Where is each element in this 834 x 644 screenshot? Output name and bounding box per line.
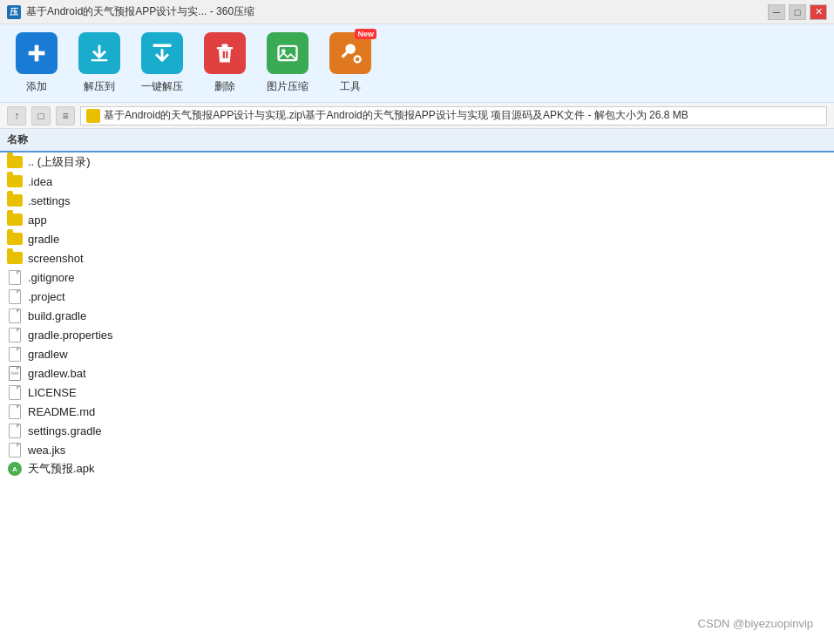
file-name: gradlew.bat xyxy=(28,367,86,380)
column-header: 名称 xyxy=(0,129,834,153)
add-label: 添加 xyxy=(26,79,47,94)
file-name: screenshot xyxy=(28,252,84,265)
delete-icon xyxy=(204,32,246,74)
nav-up-button[interactable]: ↑ xyxy=(7,106,26,125)
toolbar-extract-to[interactable]: 解压到 xyxy=(77,32,122,94)
svg-rect-5 xyxy=(217,47,234,49)
toolbar: 添加 解压到 一键解压 删除 图片压缩 xyxy=(0,24,834,103)
svg-rect-1 xyxy=(29,51,45,56)
folder-icon xyxy=(7,212,23,227)
file-icon xyxy=(7,423,23,438)
file-name: .. (上级目录) xyxy=(28,154,91,170)
toolbar-extract[interactable]: 一键解压 xyxy=(139,32,185,94)
toolbar-delete[interactable]: 删除 xyxy=(202,32,247,94)
extract-label: 一键解压 xyxy=(141,79,183,94)
file-name: settings.gradle xyxy=(28,424,102,437)
toolbar-add[interactable]: 添加 xyxy=(14,32,59,94)
list-item[interactable]: app xyxy=(0,210,834,229)
file-icon xyxy=(7,269,23,285)
toolbar-tools-wrap: New 工具 xyxy=(328,32,373,94)
nav-path-text: 基于Android的天气预报APP设计与实现.zip\基于Android的天气预… xyxy=(104,108,688,123)
file-name: 天气预报.apk xyxy=(28,461,95,477)
file-name: build.gradle xyxy=(28,309,86,322)
window-controls[interactable]: ─ □ ✕ xyxy=(768,4,827,20)
list-item[interactable]: wea.jks xyxy=(0,440,834,459)
delete-label: 删除 xyxy=(214,79,235,94)
svg-rect-7 xyxy=(226,51,227,58)
file-icon xyxy=(7,308,23,323)
bat-file-icon: bat xyxy=(7,365,23,381)
svg-rect-2 xyxy=(92,59,108,61)
list-item[interactable]: screenshot xyxy=(0,248,834,268)
file-icon xyxy=(7,403,23,419)
file-icon xyxy=(7,384,23,400)
image-compress-icon xyxy=(267,32,309,74)
extract-to-label: 解压到 xyxy=(84,79,115,94)
maximize-button[interactable]: □ xyxy=(789,4,806,20)
watermark: CSDN @biyezuopinvip xyxy=(698,617,813,630)
file-name: .settings xyxy=(28,194,70,207)
file-list: .. (上级目录).idea.settingsappgradlescreensh… xyxy=(0,153,834,478)
list-item[interactable]: .gitignore xyxy=(0,268,834,287)
name-column-header: 名称 xyxy=(7,133,28,146)
apk-icon: A xyxy=(7,461,23,477)
image-compress-label: 图片压缩 xyxy=(267,79,309,94)
title-text: 基于Android的天气预报APP设计与实... - 360压缩 xyxy=(26,4,768,19)
toolbar-tools[interactable]: New 工具 xyxy=(328,32,373,94)
list-item[interactable]: gradle.properties xyxy=(0,325,834,344)
add-icon xyxy=(16,32,58,74)
nav-bar: ↑ □ ≡ 基于Android的天气预报APP设计与实现.zip\基于Andro… xyxy=(0,103,834,129)
file-icon xyxy=(7,442,23,458)
file-name: gradle xyxy=(28,233,59,246)
file-name: wea.jks xyxy=(28,444,65,457)
svg-rect-3 xyxy=(153,44,172,48)
nav-grid-button[interactable]: □ xyxy=(31,106,51,125)
svg-rect-4 xyxy=(222,44,228,48)
file-name: .idea xyxy=(28,175,52,188)
list-item[interactable]: settings.gradle xyxy=(0,421,834,440)
tools-label: 工具 xyxy=(340,79,361,94)
minimize-button[interactable]: ─ xyxy=(768,4,785,20)
file-name: app xyxy=(28,214,47,227)
close-button[interactable]: ✕ xyxy=(810,4,827,20)
svg-rect-6 xyxy=(223,51,225,58)
file-icon xyxy=(7,346,23,362)
extract-icon xyxy=(141,32,183,74)
list-item[interactable]: build.gradle xyxy=(0,306,834,325)
folder-icon xyxy=(7,193,23,208)
file-name: gradlew xyxy=(28,348,68,361)
nav-path: 基于Android的天气预报APP设计与实现.zip\基于Android的天气预… xyxy=(80,106,827,125)
file-name: LICENSE xyxy=(28,386,77,399)
list-item[interactable]: README.md xyxy=(0,402,834,421)
list-item[interactable]: .settings xyxy=(0,191,834,210)
list-item[interactable]: batgradlew.bat xyxy=(0,363,834,383)
title-bar: 压 基于Android的天气预报APP设计与实... - 360压缩 ─ □ ✕ xyxy=(0,0,834,24)
svg-point-10 xyxy=(355,57,361,63)
list-item[interactable]: .. (上级目录) xyxy=(0,153,834,172)
file-icon xyxy=(7,288,23,304)
file-name: README.md xyxy=(28,405,95,418)
file-icon xyxy=(7,327,23,342)
folder-icon xyxy=(7,231,23,247)
list-item[interactable]: .idea xyxy=(0,172,834,191)
toolbar-image-compress[interactable]: 图片压缩 xyxy=(265,32,310,94)
folder-icon xyxy=(7,154,23,170)
new-badge: New xyxy=(355,29,376,39)
list-item[interactable]: gradlew xyxy=(0,344,834,363)
file-name: gradle.properties xyxy=(28,329,113,342)
app-icon: 压 xyxy=(7,5,21,19)
list-item[interactable]: .project xyxy=(0,287,834,306)
file-name: .project xyxy=(28,290,65,303)
list-item[interactable]: gradle xyxy=(0,229,834,248)
nav-list-button[interactable]: ≡ xyxy=(56,106,75,125)
file-name: .gitignore xyxy=(28,271,74,284)
folder-icon xyxy=(7,173,23,189)
list-item[interactable]: LICENSE xyxy=(0,383,834,402)
nav-path-icon xyxy=(86,109,100,123)
content-area: 名称 .. (上级目录).idea.settingsappgradlescree… xyxy=(0,129,834,644)
list-item[interactable]: A天气预报.apk xyxy=(0,459,834,478)
folder-icon xyxy=(7,250,23,266)
extract-to-icon xyxy=(78,32,120,74)
